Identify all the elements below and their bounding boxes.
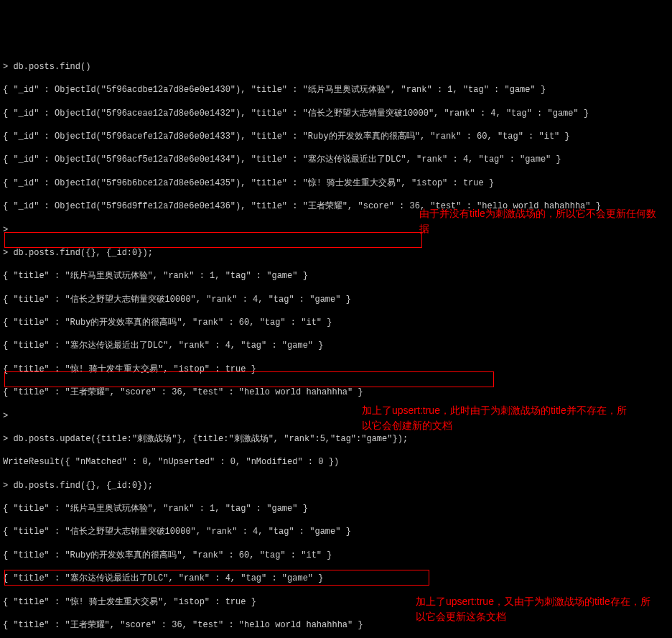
- result-row: { "_id" : ObjectId("5f96acefe12a7d8e6e0e…: [3, 131, 669, 142]
- result-row: { "title" : "惊! 骑士发生重大交易", "istop" : tru…: [3, 364, 669, 375]
- result-row: { "title" : "纸片马里奥试玩体验", "rank" : 1, "ta…: [3, 503, 669, 514]
- cmd-line: > db.posts.find({}, {_id:0});: [3, 480, 669, 491]
- result-row: { "_id" : ObjectId("5f96acdbe12a7d8e6e0e…: [3, 84, 669, 96]
- result-row: { "_id" : ObjectId("5f96acf5e12a7d8e6e0e…: [3, 154, 669, 165]
- result-row: { "title" : "王者荣耀", "score" : 36, "test"…: [3, 387, 669, 398]
- terminal-output[interactable]: > db.posts.find() { "_id" : ObjectId("5f…: [3, 50, 669, 638]
- result-row: { "title" : "Ruby的开发效率真的很高吗", "rank" : 6…: [3, 550, 669, 561]
- cmd-line: > db.posts.update({title:"刺激战场"}, {title…: [3, 433, 669, 445]
- annotation-1: 由于并没有title为刺激战场的，所以它不会更新任何数据: [419, 206, 663, 236]
- result-row: { "title" : "塞尔达传说最近出了DLC", "rank" : 4, …: [3, 340, 669, 351]
- result-row: WriteResult({ "nMatched" : 0, "nUpserted…: [3, 456, 669, 468]
- cmd-line: > db.posts.find({}, {_id:0});: [3, 247, 669, 259]
- cmd-line: > db.posts.find(): [3, 61, 669, 73]
- result-row: { "_id" : ObjectId("5f96aceae12a7d8e6e0e…: [3, 108, 669, 119]
- result-row: { "_id" : ObjectId("5f96b6bce12a7d8e6e0e…: [3, 177, 669, 189]
- result-row: { "title" : "塞尔达传说最近出了DLC", "rank" : 4, …: [3, 573, 669, 584]
- result-row: { "title" : "纸片马里奥试玩体验", "rank" : 1, "ta…: [3, 270, 669, 282]
- result-row: { "title" : "信长之野望大志销量突破10000", "rank" :…: [3, 526, 669, 537]
- annotation-2: 加上了upsert:true，此时由于为刺激战场的title并不存在，所以它会创…: [362, 403, 635, 433]
- result-row: { "title" : "信长之野望大志销量突破10000", "rank" :…: [3, 294, 669, 305]
- annotation-3: 加上了upsert:true，又由于为刺激战场的title存在，所以它会更新这条…: [416, 594, 660, 624]
- result-row: { "title" : "Ruby的开发效率真的很高吗", "rank" : 6…: [3, 317, 669, 328]
